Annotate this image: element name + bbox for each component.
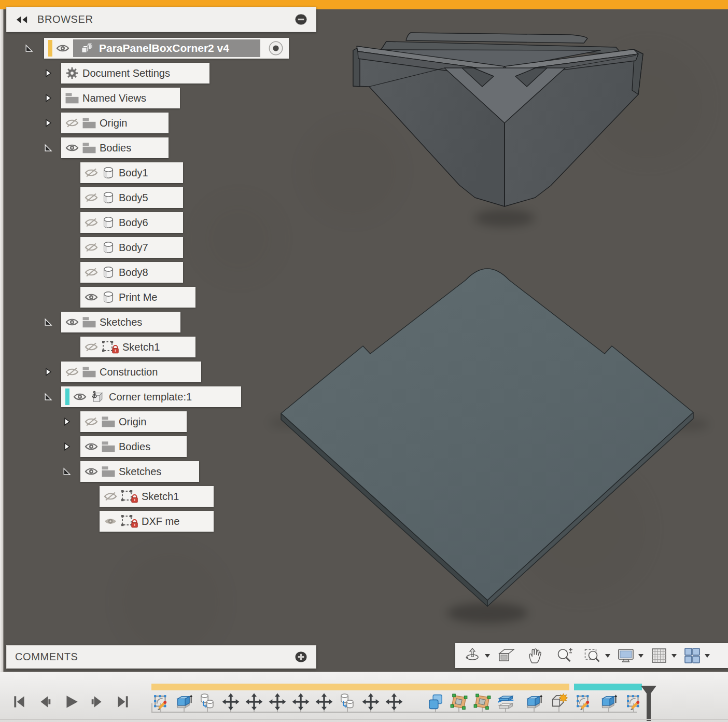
timeline-feature-copy-body[interactable] — [339, 693, 356, 711]
timeline-feature-copy-body[interactable] — [199, 693, 216, 711]
viewports-icon[interactable] — [683, 647, 701, 664]
tree-row-box[interactable]: Bodies — [80, 436, 187, 457]
tree-row-bodies[interactable]: Bodies — [44, 137, 169, 158]
visibility-eye-icon[interactable] — [85, 293, 98, 302]
timeline-feature-move[interactable] — [222, 693, 240, 711]
tree-row-sketch1[interactable]: Sketch1 — [80, 337, 195, 357]
visibility-eye-icon[interactable] — [56, 44, 69, 53]
timeline-step-back-button[interactable] — [37, 694, 53, 710]
viewports-dropdown-caret-icon[interactable] — [704, 653, 710, 658]
tree-row-box[interactable]: Sketch1 — [100, 486, 214, 507]
tree-row-body8[interactable]: Body8 — [80, 262, 183, 283]
zoom-window-icon[interactable] — [584, 647, 601, 664]
timeline-feature-move[interactable] — [269, 693, 286, 711]
tree-row-box[interactable]: Origin — [61, 113, 169, 133]
visibility-eye-off-icon[interactable] — [85, 193, 98, 202]
timeline-step-forward-button[interactable] — [89, 694, 105, 710]
visibility-eye-off-icon[interactable] — [65, 367, 79, 377]
timeline-feature-move[interactable] — [385, 693, 403, 711]
timeline-feature-extrude[interactable] — [600, 693, 618, 711]
timeline-feature-move[interactable] — [315, 693, 333, 711]
timeline-feature-combine[interactable] — [427, 693, 444, 711]
tree-row-component-sketch1[interactable]: Sketch1 — [100, 486, 214, 507]
activate-component-radio[interactable] — [268, 40, 284, 56]
visibility-eye-off-icon[interactable] — [85, 243, 98, 252]
tree-row-sketches[interactable]: Sketches — [44, 312, 180, 332]
tree-row-named-views[interactable]: Named Views — [44, 88, 180, 108]
timeline-feature-project[interactable] — [450, 693, 468, 711]
visibility-eye-icon[interactable] — [85, 467, 98, 476]
tree-row-root[interactable]: ParaPanelBoxCorner2 v4 — [24, 38, 289, 59]
visibility-eye-icon[interactable] — [65, 317, 79, 327]
selected-item-highlight[interactable]: ParaPanelBoxCorner2 v4 — [73, 39, 260, 57]
comments-panel-header[interactable]: COMMENTS — [6, 645, 316, 669]
timeline-feature-extrude[interactable] — [525, 693, 543, 711]
timeline-feature-sketch[interactable] — [152, 693, 170, 711]
expand-toggle-icon[interactable] — [44, 68, 53, 78]
visibility-eye-off-icon[interactable] — [104, 492, 117, 501]
zoom-window-dropdown-caret-icon[interactable] — [605, 653, 611, 658]
visibility-eye-icon[interactable] — [73, 392, 87, 401]
tree-row-component-bodies[interactable]: Bodies — [62, 436, 187, 457]
tree-row-print-me[interactable]: Print Me — [80, 287, 195, 308]
browser-panel-header[interactable]: BROWSER — [6, 7, 316, 32]
grid-and-snaps-icon[interactable] — [650, 647, 668, 664]
tree-row-box[interactable]: Body7 — [80, 237, 183, 258]
tree-row-body5[interactable]: Body5 — [80, 187, 183, 208]
expand-toggle-icon[interactable] — [44, 143, 53, 152]
timeline-feature-move[interactable] — [362, 693, 380, 711]
visibility-eye-dim-icon[interactable] — [104, 517, 117, 526]
timeline-go-to-end-button[interactable] — [115, 694, 131, 710]
tree-row-component-sketches[interactable]: Sketches — [62, 461, 199, 482]
tree-row-component-origin[interactable]: Origin — [62, 411, 187, 432]
tree-row-box[interactable]: Construction — [61, 362, 201, 382]
pan-icon[interactable] — [527, 647, 544, 664]
tree-row-box[interactable]: Document Settings — [61, 63, 209, 84]
orbit-dropdown-caret-icon[interactable] — [484, 653, 491, 658]
timeline-feature-base-feature[interactable] — [550, 693, 568, 711]
tree-row-dxf-me[interactable]: DXF me — [100, 511, 214, 532]
visibility-eye-off-icon[interactable] — [85, 268, 98, 277]
timeline-feature-project[interactable] — [473, 693, 491, 711]
timeline-position-marker[interactable] — [641, 686, 656, 721]
add-comment-icon[interactable] — [295, 651, 307, 663]
tree-row-box[interactable]: Named Views — [61, 88, 180, 108]
tree-row-box[interactable]: Body8 — [80, 262, 183, 283]
tree-row-body7[interactable]: Body7 — [80, 237, 183, 258]
tree-row-box[interactable]: Corner template:1 — [61, 386, 241, 407]
collapse-panel-icon[interactable] — [15, 15, 29, 24]
timeline-play-button[interactable] — [63, 694, 79, 710]
tree-row-body1[interactable]: Body1 — [80, 162, 183, 183]
tree-row-construction[interactable]: Construction — [44, 362, 201, 382]
expand-toggle-icon[interactable] — [62, 442, 72, 451]
tree-row-box[interactable]: Body5 — [80, 187, 183, 208]
tree-row-box[interactable]: Sketches — [61, 312, 180, 332]
expand-toggle-icon[interactable] — [44, 392, 53, 401]
expand-toggle-icon[interactable] — [44, 367, 53, 377]
visibility-eye-off-icon[interactable] — [85, 342, 98, 352]
visibility-eye-off-icon[interactable] — [85, 218, 98, 227]
tree-row-document-settings[interactable]: Document Settings — [44, 63, 209, 84]
tree-row-box[interactable]: Print Me — [80, 287, 195, 308]
tree-row-box[interactable]: ParaPanelBoxCorner2 v4 — [44, 38, 289, 59]
display-settings-icon[interactable] — [617, 647, 635, 664]
timeline-feature-move[interactable] — [245, 693, 263, 711]
look-at-icon[interactable] — [498, 647, 515, 664]
zoom-icon[interactable] — [556, 647, 573, 664]
visibility-eye-off-icon[interactable] — [85, 417, 98, 426]
tree-row-box[interactable]: Sketch1 — [80, 337, 195, 357]
expand-toggle-icon[interactable] — [44, 118, 53, 128]
visibility-eye-icon[interactable] — [65, 143, 79, 152]
expand-toggle-icon[interactable] — [62, 467, 72, 476]
tree-row-box[interactable]: Body6 — [80, 212, 183, 233]
minimize-browser-icon[interactable] — [295, 13, 307, 25]
timeline-feature-sketch[interactable] — [575, 693, 592, 711]
tree-row-origin[interactable]: Origin — [44, 113, 169, 133]
visibility-eye-icon[interactable] — [85, 442, 98, 451]
expand-toggle-icon[interactable] — [44, 93, 53, 103]
tree-row-box[interactable]: Sketches — [80, 461, 199, 482]
timeline-feature-sketch[interactable] — [625, 693, 642, 711]
tree-row-corner-template[interactable]: Corner template:1 — [44, 386, 241, 407]
timeline-feature-extrude[interactable] — [175, 693, 193, 711]
display-settings-dropdown-caret-icon[interactable] — [638, 653, 644, 658]
